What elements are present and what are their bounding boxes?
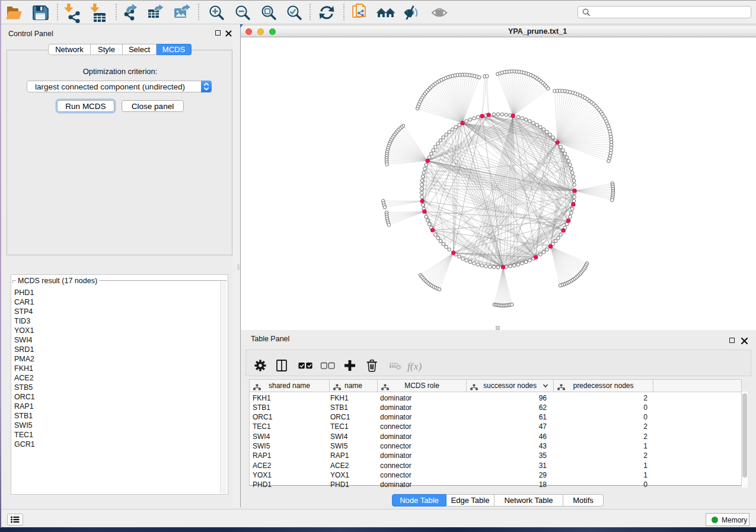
svg-text:f(x): f(x) (407, 360, 422, 372)
